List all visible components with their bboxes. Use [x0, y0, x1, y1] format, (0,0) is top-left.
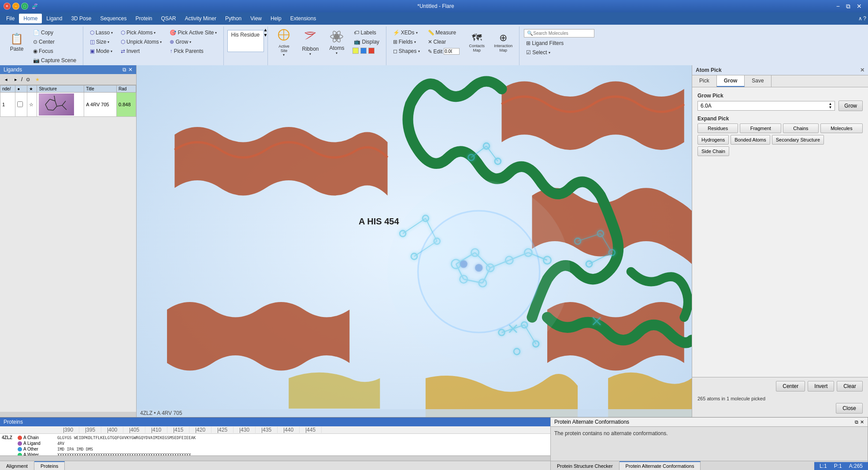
grow-button[interactable]: ⊕ Grow ▾ [167, 37, 220, 46]
pick-atoms-button[interactable]: ⬡ Pick Atoms ▾ [118, 28, 165, 37]
menu-sequences[interactable]: Sequences [96, 14, 131, 23]
clear-measurements-button[interactable]: ✕ Clear [425, 37, 463, 46]
unpick-atoms-button[interactable]: ⬡ Unpick Atoms ▾ [118, 37, 165, 46]
capture-scene-button[interactable]: 📷 Capture Scene [30, 56, 79, 65]
measure-button[interactable]: 📏 Measure [425, 28, 463, 37]
ribbon-collapse-btn[interactable]: ∧ [858, 15, 862, 22]
alt-conf-undock-btn[interactable]: ⧉ [855, 419, 858, 425]
pick-status-text: 265 atoms in 1 molecule picked [697, 394, 863, 403]
invert-button[interactable]: ⇄ Invert [118, 47, 165, 56]
menu-protein[interactable]: Protein [131, 14, 156, 23]
edit-value-input[interactable] [444, 48, 460, 55]
menu-qsar[interactable]: QSAR [157, 14, 181, 23]
ligands-undock-btn[interactable]: ⧉ [122, 67, 126, 73]
pick-tab-grow[interactable]: Grow [717, 75, 745, 87]
select-button[interactable]: ☑ Select ▾ [523, 48, 595, 57]
fields-button[interactable]: ⊞ Fields ▾ [390, 37, 423, 46]
help-btn[interactable]: ? [863, 15, 866, 22]
active-site-button[interactable]: ActiveSite ▾ [271, 28, 296, 56]
grow-action-button[interactable]: Grow [838, 101, 863, 111]
minimize-title-btn[interactable]: − [834, 3, 842, 10]
tab-alignment[interactable]: Alignment [0, 461, 34, 470]
close-button[interactable]: ✕ [4, 3, 11, 10]
search-molecules-box[interactable]: 🔍 [524, 29, 594, 37]
ribbon-appearance-button[interactable]: Ribbon ▾ [298, 28, 323, 56]
table-row[interactable]: 1 ☆ [0, 93, 136, 117]
ligand-row: A Ligand 4RV [0, 440, 550, 446]
ligands-scrollbar-h[interactable] [0, 412, 136, 417]
main-viewport[interactable]: A HIS 454 4ZLZ • A 4RV 705 [137, 65, 692, 417]
expand-fragment-btn[interactable]: Fragment [740, 123, 781, 133]
close-title-btn[interactable]: ✕ [854, 3, 864, 10]
menu-home[interactable]: Home [19, 14, 42, 23]
ligands-next-btn[interactable]: ▸ [11, 75, 20, 84]
center-button[interactable]: ⊙ Center [30, 37, 79, 46]
edit-button[interactable]: ✎ Edit [425, 47, 463, 56]
ligands-prev-btn[interactable]: ◂ [2, 75, 11, 84]
ligands-star-btn[interactable]: ★ [33, 75, 42, 84]
mode-icon: ▣ [90, 48, 95, 54]
ligands-close-btn[interactable]: ✕ [128, 67, 133, 73]
size-button[interactable]: ◫ Size ▾ [87, 37, 116, 46]
tab-proteins[interactable]: Proteins [34, 461, 65, 470]
sequence-scrollbar-h[interactable] [0, 455, 550, 461]
lasso-button[interactable]: ⬡ Lasso ▾ [87, 28, 116, 37]
grow-value-input[interactable]: 6.0A ▲ ▼ [697, 101, 835, 111]
menu-3dpose[interactable]: 3D Pose [67, 14, 96, 23]
menu-activityminer[interactable]: Activity Miner [181, 14, 221, 23]
contacts-map-button[interactable]: 🗺 ContactsMap [464, 28, 489, 56]
copy-button[interactable]: 📄 Copy [30, 28, 79, 37]
row-checkbox[interactable] [17, 101, 23, 107]
saved-picks-arrows: ▲ ▼ [263, 27, 268, 37]
menu-ligand[interactable]: Ligand [42, 14, 67, 23]
saved-picks-item[interactable]: His Residue [230, 31, 262, 38]
ligand-filters-button[interactable]: ⊞ Ligand Filters [523, 39, 595, 48]
menu-help[interactable]: Help [266, 14, 286, 23]
search-molecules-input[interactable] [533, 31, 590, 36]
grow-down-btn[interactable]: ▼ [828, 106, 832, 109]
color-swatch-3[interactable] [368, 48, 375, 54]
expand-residues-btn[interactable]: Residues [697, 123, 738, 133]
invert-pick-button[interactable]: Invert [808, 381, 834, 392]
expand-secondary-structure-btn[interactable]: Secondary Structure [772, 135, 824, 145]
saved-picks-up-arrow[interactable]: ▲ [263, 27, 268, 32]
expand-side-chain-btn[interactable]: Side Chain [697, 146, 729, 156]
tab-protein-structure-checker[interactable]: Protein Structure Checker [551, 461, 619, 470]
expand-chains-btn[interactable]: Chains [783, 123, 819, 133]
atoms-button[interactable]: Atoms ▾ [324, 28, 349, 56]
color-swatch-1[interactable] [352, 48, 359, 54]
labels-label: Labels [360, 30, 376, 36]
display-button[interactable]: 📺 Display [351, 37, 382, 46]
tab-protein-alternate-conformations[interactable]: Protein Alternate Conformations [619, 461, 701, 470]
shapes-button[interactable]: ◻ Shapes ▾ [390, 47, 423, 56]
labels-button[interactable]: 🏷 Labels [351, 28, 382, 37]
interaction-map-button[interactable]: ⊕ InteractionMap [491, 28, 516, 56]
focus-button[interactable]: ◉ Focus [30, 47, 79, 56]
pick-active-site-button[interactable]: 🎯 Pick Active Site ▾ [167, 28, 220, 37]
alt-conf-close-btn[interactable]: ✕ [860, 419, 864, 425]
menu-file[interactable]: File [2, 14, 19, 23]
color-swatch-2[interactable] [360, 48, 367, 54]
minimize-button[interactable]: − [12, 3, 19, 10]
xeds-button[interactable]: ⚡ XEDs ▾ [390, 28, 423, 37]
menu-extensions[interactable]: Extensions [286, 14, 321, 23]
paste-button[interactable]: 📋 Paste [5, 28, 28, 56]
menu-python[interactable]: Python [221, 14, 246, 23]
maximize-button[interactable]: □ [21, 3, 28, 10]
restore-title-btn[interactable]: ⧉ [843, 3, 853, 10]
pick-parents-button[interactable]: ↑ Pick Parents [167, 47, 220, 56]
ligands-filter-btn[interactable]: ⊙ [23, 75, 32, 84]
expand-bonded-atoms-btn[interactable]: Bonded Atoms [731, 135, 770, 145]
expand-molecules-btn[interactable]: Molecules [820, 123, 863, 133]
center-pick-button[interactable]: Center [776, 381, 805, 392]
saved-picks-down-arrow[interactable]: ▼ [263, 33, 268, 37]
pick-tab-pick[interactable]: Pick [692, 75, 717, 87]
atom-pick-close-btn[interactable]: ✕ [860, 67, 864, 73]
pick-tab-save[interactable]: Save [745, 75, 771, 87]
clear-pick-button[interactable]: Clear [837, 381, 863, 392]
alt-conf-header: Protein Alternate Conformations ⧉ ✕ [551, 418, 868, 427]
expand-hydrogens-btn[interactable]: Hydrogens [697, 135, 729, 145]
menu-view[interactable]: View [246, 14, 266, 23]
close-pick-panel-button[interactable]: Close [836, 403, 863, 414]
mode-button[interactable]: ▣ Mode ▾ [87, 47, 116, 56]
